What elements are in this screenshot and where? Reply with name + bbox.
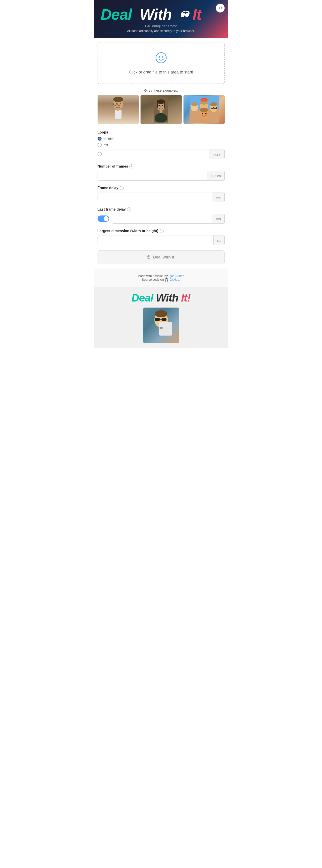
loops-infinite-radio[interactable] (98, 137, 102, 141)
loops-custom-input-group: 5 loops (104, 149, 225, 159)
svg-point-29 (210, 102, 217, 106)
last-frame-delay-toggle-row: 1000 ms (98, 214, 225, 223)
svg-rect-44 (159, 327, 163, 329)
smiley-icon (103, 52, 220, 66)
toggle-slider (98, 216, 109, 222)
last-frame-delay-label: Last frame delay ? (98, 208, 225, 212)
loops-off-radio[interactable] (98, 143, 102, 147)
dimension-input-group: 160 px (98, 235, 225, 245)
svg-point-34 (200, 108, 208, 112)
page-footer: Made with passion by Igor Klimer. Source… (94, 269, 228, 287)
last-frame-delay-input[interactable]: 1000 (112, 214, 213, 223)
frame-delay-section: Frame delay ? 100 ms (98, 186, 225, 202)
svg-point-36 (205, 113, 207, 115)
examples-grid (98, 95, 225, 124)
frame-delay-suffix: ms (213, 192, 224, 202)
example-image-1[interactable] (98, 95, 139, 124)
title-it: It (192, 6, 202, 23)
frame-delay-label: Frame delay ? (98, 186, 225, 190)
frames-input[interactable]: 15 (98, 171, 207, 180)
preview-title: Deal With It! (99, 292, 224, 304)
svg-point-1 (159, 56, 160, 58)
svg-rect-39 (155, 318, 160, 321)
header-description: All done artisanally and securely in you… (99, 29, 224, 33)
sunglasses-icon: 🕶 (180, 10, 188, 19)
last-frame-delay-suffix: ms (213, 214, 224, 223)
deal-button-icon: ⏱ (146, 255, 151, 260)
loops-infinite-label: Infinite (104, 137, 114, 141)
examples-label: Or try these examples: (98, 89, 225, 92)
header-subtitle: GIF emoji generator (99, 24, 224, 28)
header-title-line: Deal With 🕶 It (99, 4, 224, 22)
preview-image (143, 308, 179, 343)
dimension-help-icon[interactable]: ? (160, 229, 164, 233)
frame-delay-input-group: 100 ms (98, 192, 225, 202)
svg-rect-43 (159, 322, 168, 336)
loops-custom-row: 5 loops (98, 149, 225, 159)
github-icon (165, 278, 168, 282)
frames-suffix: frames (207, 171, 224, 180)
upload-dropzone[interactable]: Click or drag file to this area to start… (98, 42, 225, 84)
example-image-3[interactable] (183, 95, 225, 124)
dimension-label: Largest dimension (width or height) ? (98, 229, 225, 233)
svg-point-38 (155, 310, 167, 317)
svg-rect-16 (164, 102, 165, 108)
loops-off-label: Off (104, 143, 108, 147)
svg-point-2 (162, 56, 163, 58)
page-header: Deal With 🕶 It GIF emoji generator All d… (94, 0, 228, 38)
last-frame-delay-section: Last frame delay ? 1000 ms (98, 208, 225, 223)
frame-delay-help-icon[interactable]: ? (120, 186, 124, 190)
frame-delay-input[interactable]: 100 (98, 192, 213, 202)
svg-rect-40 (162, 318, 167, 321)
footer-author-link[interactable]: Igor Klimer (169, 274, 183, 278)
footer-text-1: Made with passion by (138, 274, 168, 278)
loops-section: Loops Infinite Off 5 loops (98, 130, 225, 159)
svg-rect-15 (157, 102, 158, 108)
last-frame-delay-toggle[interactable] (98, 216, 109, 222)
preview-section: Deal With It! (94, 287, 228, 348)
svg-point-27 (200, 99, 209, 100)
svg-point-35 (202, 113, 203, 115)
svg-point-0 (156, 53, 166, 63)
footer-line-2: Source code on GitHub. (98, 278, 225, 282)
svg-rect-9 (117, 109, 119, 111)
deal-button[interactable]: ⏱ Deal with it! (98, 250, 225, 264)
preview-image-container (143, 308, 179, 343)
loops-custom-input[interactable]: 5 (104, 149, 209, 159)
example-image-2[interactable] (141, 95, 182, 124)
gear-icon: ⚙ (218, 6, 222, 10)
svg-point-18 (162, 104, 163, 106)
settings-button[interactable]: ⚙ (216, 4, 225, 12)
loops-infinite-row: Infinite (98, 137, 225, 141)
upload-label: Click or drag file to this area to start… (103, 70, 220, 74)
dimension-input[interactable]: 160 (98, 236, 213, 245)
dimension-suffix: px (213, 236, 224, 245)
frames-help-icon[interactable]: ? (129, 164, 133, 168)
last-frame-delay-input-group: 1000 ms (112, 214, 225, 223)
svg-point-17 (158, 104, 160, 106)
main-content: Click or drag file to this area to start… (94, 38, 228, 269)
deal-button-label: Deal with it! (153, 255, 176, 259)
loops-custom-radio[interactable] (98, 152, 102, 156)
last-frame-delay-help-icon[interactable]: ? (127, 208, 131, 212)
title-deal: Deal (101, 6, 132, 23)
header-title: Deal With 🕶 It (101, 7, 202, 22)
loops-label: Loops (98, 130, 225, 134)
dimension-section: Largest dimension (width or height) ? 16… (98, 229, 225, 245)
svg-point-11 (155, 113, 167, 123)
loops-off-row: Off (98, 143, 225, 147)
frames-section: Number of frames ? 15 frames (98, 164, 225, 181)
footer-line-1: Made with passion by Igor Klimer. (98, 274, 225, 278)
title-with: With 🕶 (136, 6, 192, 23)
footer-github-link[interactable]: GitHub (170, 278, 179, 281)
footer-text-2: Source code on (142, 278, 164, 281)
frames-label: Number of frames ? (98, 164, 225, 168)
svg-point-22 (191, 102, 198, 106)
loops-radio-group: Infinite Off 5 loops (98, 137, 225, 159)
frames-input-group: 15 frames (98, 171, 225, 181)
svg-rect-8 (115, 110, 121, 119)
loops-suffix: loops (209, 149, 224, 159)
